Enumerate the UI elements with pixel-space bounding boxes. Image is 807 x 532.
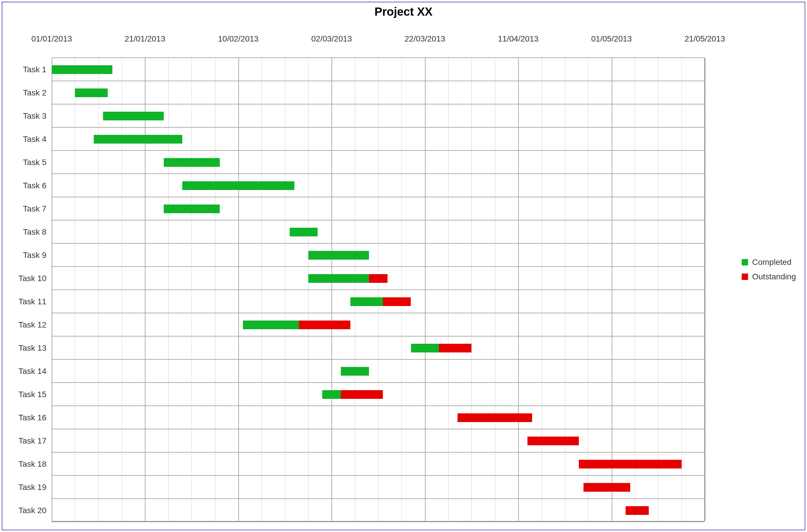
x-tick-label: 10/02/2013: [218, 34, 259, 43]
task-row: [52, 337, 704, 360]
task-label: Task 19: [19, 483, 52, 492]
bar-completed: [103, 112, 164, 120]
task-label: Task 7: [23, 204, 52, 213]
task-row: [52, 360, 704, 383]
bar-completed: [94, 135, 182, 144]
bar-completed: [308, 274, 369, 283]
x-tick-label: 02/03/2013: [311, 34, 352, 43]
bar-outstanding: [626, 506, 649, 515]
chart-title: Project XX: [2, 5, 805, 18]
bar-outstanding: [299, 321, 350, 329]
bar-outstanding: [528, 437, 579, 445]
task-row: [52, 429, 704, 453]
task-label: Task 13: [19, 343, 52, 353]
x-tick-label: 01/01/2013: [31, 34, 72, 43]
bar-completed: [243, 321, 299, 329]
square-icon: [742, 273, 748, 280]
task-row: [52, 313, 704, 337]
bar-completed: [75, 89, 108, 97]
x-tick-label: 01/05/2013: [591, 34, 632, 43]
bar-completed: [411, 344, 439, 353]
x-axis: 01/01/201321/01/201310/02/201302/03/2013…: [2, 34, 805, 52]
bar-completed: [52, 65, 112, 74]
task-label: Task 16: [19, 413, 52, 422]
task-label: Task 12: [19, 320, 52, 329]
task-label: Task 17: [19, 436, 52, 445]
task-row: [52, 244, 704, 267]
bar-outstanding: [383, 297, 411, 306]
task-label: Task 1: [23, 65, 52, 74]
x-tick-label: 11/04/2013: [498, 34, 538, 43]
bar-completed: [182, 181, 294, 190]
task-row: [52, 499, 704, 522]
task-label: Task 2: [23, 88, 52, 97]
task-label: Task 8: [23, 227, 52, 237]
x-tick-label: 22/03/2013: [405, 34, 445, 43]
gantt-chart: Project XX 01/01/201321/01/201310/02/201…: [2, 2, 805, 530]
bar-completed: [341, 367, 369, 376]
plot-area: Task 1Task 2Task 3Task 4Task 5Task 6Task…: [52, 57, 705, 521]
task-label: Task 11: [19, 297, 52, 306]
bar-completed: [322, 390, 341, 399]
bar-completed: [164, 158, 220, 167]
task-label: Task 20: [19, 506, 52, 515]
task-label: Task 9: [23, 251, 52, 260]
task-row: [52, 197, 704, 221]
task-row: [52, 174, 704, 197]
bar-completed: [350, 297, 383, 306]
bar-outstanding: [584, 483, 630, 492]
task-row: [52, 406, 704, 429]
x-tick-label: 21/05/2013: [684, 34, 725, 43]
bar-completed: [308, 251, 369, 260]
legend-label: Completed: [752, 258, 791, 267]
task-row: [52, 221, 704, 244]
bar-outstanding: [369, 274, 387, 283]
task-row: [52, 151, 704, 174]
bar-completed: [290, 228, 317, 236]
task-row: [52, 58, 704, 81]
legend-item-completed: Completed: [742, 258, 796, 267]
task-label: Task 3: [23, 111, 52, 121]
task-label: Task 18: [19, 459, 52, 469]
bar-outstanding: [439, 344, 472, 353]
bar-outstanding: [579, 460, 682, 469]
bar-outstanding: [341, 390, 383, 399]
task-label: Task 5: [23, 158, 52, 167]
x-tick-label: 21/01/2013: [125, 34, 165, 43]
bar-outstanding: [458, 413, 532, 422]
bar-completed: [164, 205, 220, 213]
legend-label: Outstanding: [752, 272, 796, 281]
task-label: Task 10: [19, 274, 52, 283]
square-icon: [742, 259, 748, 265]
legend-item-outstanding: Outstanding: [742, 272, 796, 281]
legend: Completed Outstanding: [742, 258, 796, 287]
task-label: Task 14: [19, 367, 52, 376]
task-label: Task 4: [23, 135, 52, 144]
task-label: Task 6: [23, 181, 52, 190]
task-row: [52, 81, 704, 104]
task-label: Task 15: [19, 390, 52, 399]
